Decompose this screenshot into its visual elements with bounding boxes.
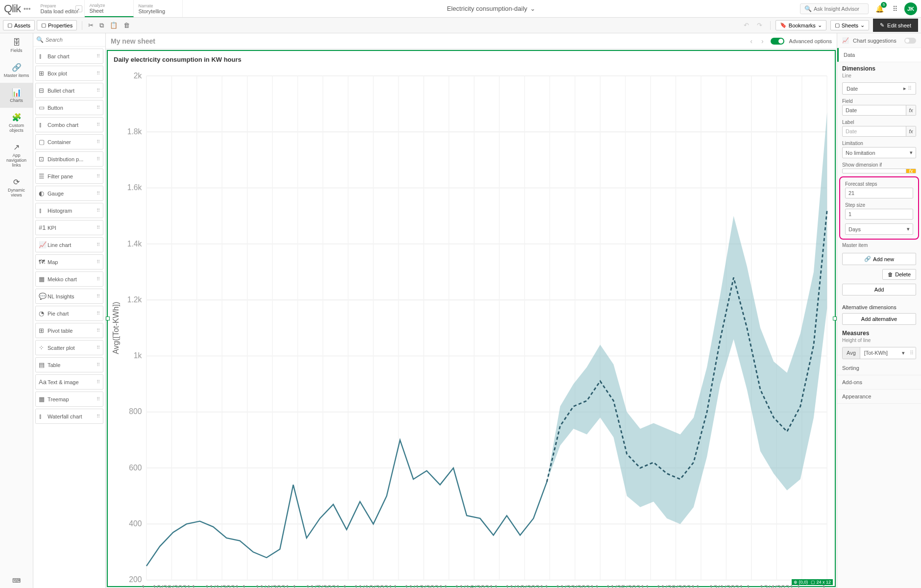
accordion-data[interactable]: Data — [837, 48, 921, 62]
chart-type-item[interactable]: AaText & image⠿ — [35, 374, 103, 390]
chart-type-item[interactable]: ▦Mekko chart⠿ — [35, 271, 103, 287]
accordion-addons[interactable]: Add-ons — [837, 375, 921, 389]
advanced-options-toggle[interactable] — [771, 38, 784, 45]
chart-visualization[interactable]: Daily electricity consumption in KW hour… — [107, 50, 836, 587]
rail-master-items[interactable]: 🔗Master items — [0, 58, 33, 83]
drag-handle-icon: ⠿ — [97, 242, 100, 247]
chart-type-item[interactable]: #1KPI⠿ — [35, 220, 103, 235]
label-label: Label — [842, 120, 916, 125]
chart-type-item[interactable]: ⊟Bullet chart⠿ — [35, 83, 103, 98]
forecast-highlight: Forecast steps 21 Step size 1 Days▾ — [839, 176, 919, 240]
edit-sheet-button[interactable]: ✎Edit sheet — [873, 19, 918, 32]
show-if-input[interactable]: fx — [842, 169, 916, 173]
app-title[interactable]: Electricity consumption-daily ⌄ — [183, 5, 800, 12]
chart-type-item[interactable]: ▭Button⠿ — [35, 100, 103, 115]
accordion-sorting[interactable]: Sorting — [837, 361, 921, 375]
chart-line-icon: 📈 — [842, 37, 849, 44]
dimensions-title: Dimensions — [837, 62, 921, 73]
chart-type-item[interactable]: ◐Gauge⠿ — [35, 186, 103, 201]
fx-button[interactable]: fx — [906, 169, 916, 173]
dimension-pill[interactable]: Date ▸ ⠿ — [842, 82, 916, 95]
chart-type-item[interactable]: ⊡Distribution p...⠿ — [35, 151, 103, 167]
svg-text:1k: 1k — [134, 351, 142, 360]
rail-dynamic-views[interactable]: ⟳Dynamic views — [0, 172, 33, 202]
assets-button[interactable]: ▢Assets — [3, 20, 35, 30]
svg-text:1.8k: 1.8k — [127, 127, 142, 136]
nav-narrate[interactable]: Narrate Storytelling — [134, 0, 183, 17]
chart-type-item[interactable]: ▦Treemap⠿ — [35, 392, 103, 407]
redo-icon[interactable]: ↷ — [754, 20, 765, 31]
measure-pill[interactable]: Avg [Tot-KWh] ▾ ⠿ — [842, 347, 916, 359]
insight-search-input[interactable] — [814, 6, 864, 12]
chart-type-item[interactable]: ▢Container⠿ — [35, 134, 103, 149]
apps-grid-icon[interactable]: ⠿ — [891, 3, 899, 15]
add-alternative-button[interactable]: Add alternative — [842, 313, 916, 325]
drag-handle-icon: ⠿ — [97, 362, 100, 368]
bookmarks-button[interactable]: 🔖Bookmarks ⌄ — [776, 20, 826, 30]
chart-type-icon: ⊞ — [39, 327, 48, 334]
forecast-steps-input[interactable]: 21 — [845, 188, 913, 198]
chart-search-input[interactable] — [46, 37, 102, 43]
chart-type-item[interactable]: ⫿Bar chart⠿ — [35, 49, 103, 64]
nav-prepare[interactable]: Prepare Data load editor ⌄ — [36, 0, 85, 17]
chart-type-icon: ⫿ — [39, 207, 48, 214]
prev-sheet-icon[interactable]: ‹ — [748, 35, 754, 47]
chart-type-item[interactable]: ⁘Scatter plot⠿ — [35, 340, 103, 355]
chart-type-item[interactable]: ⊞Pivot table⠿ — [35, 323, 103, 338]
chart-type-item[interactable]: ☰Filter pane⠿ — [35, 169, 103, 184]
layout-icon: ▢ — [41, 22, 46, 28]
step-unit-select[interactable]: Days▾ — [845, 223, 913, 235]
chart-type-item[interactable]: ⫿Waterfall chart⠿ — [35, 409, 103, 424]
chart-type-item[interactable]: ◔Pie chart⠿ — [35, 306, 103, 321]
chart-type-item[interactable]: 💬NL Insights⠿ — [35, 289, 103, 304]
rail-fields[interactable]: 🗄Fields — [0, 33, 33, 58]
qlik-logo: Qlik — [4, 2, 21, 15]
label-input[interactable]: Datefx — [842, 126, 916, 137]
paste-icon[interactable]: 📋 — [107, 20, 121, 31]
nav-icon: ↗ — [2, 143, 31, 152]
chart-type-icon: ⫿ — [39, 121, 48, 128]
keyboard-icon[interactable]: ⌨ — [12, 577, 21, 584]
delete-button[interactable]: 🗑Delete — [882, 269, 916, 280]
accordion-appearance[interactable]: Appearance — [837, 390, 921, 403]
rail-charts[interactable]: 📊Charts — [0, 83, 33, 108]
chart-type-item[interactable]: ⫿Histogram⠿ — [35, 203, 103, 218]
svg-text:1.6k: 1.6k — [127, 183, 142, 192]
field-input[interactable]: Datefx — [842, 105, 916, 116]
add-new-button[interactable]: 🔗Add new — [842, 253, 916, 265]
next-sheet-icon[interactable]: › — [759, 35, 766, 47]
chart-type-item[interactable]: ⊞Box plot⠿ — [35, 66, 103, 81]
chart-type-item[interactable]: 📈Line chart⠿ — [35, 237, 103, 252]
fx-button[interactable]: fx — [906, 105, 916, 115]
rail-app-nav[interactable]: ↗App navigation links — [0, 138, 33, 172]
step-size-input[interactable]: 1 — [845, 209, 913, 220]
svg-text:1.2k: 1.2k — [127, 295, 142, 304]
notification-icon[interactable]: 🔔5 — [873, 3, 886, 15]
svg-text:11/13/2021: 11/13/2021 — [404, 584, 443, 588]
chart-type-icon: ⊞ — [39, 70, 48, 77]
chart-type-item[interactable]: ▤Table⠿ — [35, 357, 103, 372]
logo-menu-icon[interactable]: ••• — [24, 5, 31, 13]
measures-title: Measures — [837, 327, 921, 338]
user-avatar[interactable]: JK — [904, 2, 917, 15]
chart-type-item[interactable]: ⫿Combo chart⠿ — [35, 117, 103, 132]
cut-icon[interactable]: ✂ — [85, 20, 97, 31]
limitation-select[interactable]: No limitation▾ — [842, 147, 916, 158]
insight-advisor-search[interactable]: 🔍 — [800, 3, 869, 14]
fx-button[interactable]: fx — [906, 126, 916, 136]
svg-text:10/28/2021: 10/28/2021 — [152, 584, 191, 588]
add-dbutton[interactable]: Add — [842, 284, 916, 295]
chart-type-icon: 🗺 — [39, 258, 48, 266]
drag-handle-icon: ⠿ — [97, 53, 100, 59]
chart-suggestions-toggle[interactable] — [904, 38, 916, 44]
chart-type-icon: ⁘ — [39, 344, 48, 351]
copy-icon[interactable]: ⧉ — [97, 20, 107, 31]
nav-analyze[interactable]: Analyze Sheet — [85, 0, 134, 17]
properties-button[interactable]: ▢Properties — [37, 20, 77, 30]
rail-custom-objects[interactable]: 🧩Custom objects — [0, 108, 33, 138]
delete-icon[interactable]: 🗑 — [121, 20, 133, 31]
undo-icon[interactable]: ↶ — [741, 20, 752, 31]
chevron-down-icon[interactable]: ⌄ — [75, 5, 82, 12]
chart-type-item[interactable]: 🗺Map⠿ — [35, 254, 103, 270]
sheets-button[interactable]: ▢Sheets ⌄ — [830, 20, 869, 30]
